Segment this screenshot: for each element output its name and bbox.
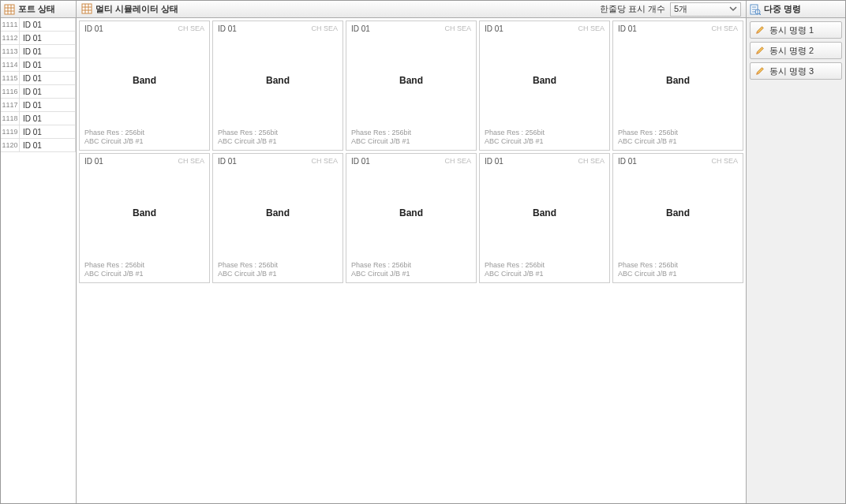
port-number: 1115 xyxy=(1,72,20,84)
simulator-card[interactable]: ID 01CH SEABandPhase Res : 256bitABC Cir… xyxy=(212,21,343,151)
simulator-card-phase: Phase Res : 256bit xyxy=(218,129,338,138)
simulator-card-id: ID 01 xyxy=(618,24,637,33)
simulator-card-circuit: ABC Circuit J/B #1 xyxy=(84,137,204,147)
simulator-card-phase: Phase Res : 256bit xyxy=(351,261,471,271)
simulator-card-phase: Phase Res : 256bit xyxy=(351,129,471,138)
simulator-card-channel: CH SEA xyxy=(578,24,605,33)
simulator-card-id: ID 01 xyxy=(218,24,237,33)
simulator-card-channel: CH SEA xyxy=(178,24,204,33)
simulator-card[interactable]: ID 01CH SEABandPhase Res : 256bitABC Cir… xyxy=(212,153,343,283)
port-id: ID 01 xyxy=(20,139,76,151)
command-button[interactable]: 동시 명령 3 xyxy=(750,62,842,80)
simulator-card-phase: Phase Res : 256bit xyxy=(485,129,605,138)
simulator-card[interactable]: ID 01CH SEABandPhase Res : 256bitABC Cir… xyxy=(479,153,610,283)
simulator-card-band: Band xyxy=(618,33,738,129)
pencil-icon xyxy=(755,25,765,35)
simulator-card[interactable]: ID 01CH SEABandPhase Res : 256bitABC Cir… xyxy=(612,153,743,283)
simulator-card-circuit: ABC Circuit J/B #1 xyxy=(485,137,605,147)
simulator-card-channel: CH SEA xyxy=(711,157,738,166)
port-number: 1117 xyxy=(1,99,20,111)
simulator-card-channel: CH SEA xyxy=(178,157,204,166)
simulator-card-id: ID 01 xyxy=(218,157,237,166)
simulator-card-id: ID 01 xyxy=(618,157,637,166)
port-row[interactable]: 1117ID 01 xyxy=(1,99,76,112)
command-list: 동시 명령 1동시 명령 2동시 명령 3 xyxy=(747,18,845,83)
port-row[interactable]: 1120ID 01 xyxy=(1,139,76,152)
simulator-card-circuit: ABC Circuit J/B #1 xyxy=(618,270,738,279)
simulator-card-phase: Phase Res : 256bit xyxy=(84,261,204,271)
grid-icon xyxy=(81,3,92,16)
simulator-card[interactable]: ID 01CH SEABandPhase Res : 256bitABC Cir… xyxy=(612,21,743,151)
command-button[interactable]: 동시 명령 2 xyxy=(750,42,842,59)
count-per-row-label: 한줄당 표시 개수 xyxy=(600,3,665,15)
port-row[interactable]: 1115ID 01 xyxy=(1,72,76,85)
search-list-icon xyxy=(750,4,761,15)
simulator-status-title: 멀티 시뮬레이터 상태 xyxy=(95,3,178,15)
port-row[interactable]: 1114ID 01 xyxy=(1,58,76,72)
simulator-card-header: ID 01CH SEA xyxy=(84,24,204,33)
simulator-card-phase: Phase Res : 256bit xyxy=(485,261,605,271)
simulator-card-footer: Phase Res : 256bitABC Circuit J/B #1 xyxy=(351,129,471,147)
command-button-label: 동시 명령 3 xyxy=(769,65,814,77)
chevron-down-icon xyxy=(729,5,737,14)
simulator-card-band: Band xyxy=(485,166,605,261)
simulator-card-footer: Phase Res : 256bitABC Circuit J/B #1 xyxy=(485,129,605,147)
port-number: 1116 xyxy=(1,85,20,98)
command-button[interactable]: 동시 명령 1 xyxy=(750,21,842,39)
port-row[interactable]: 1119ID 01 xyxy=(1,125,76,139)
simulator-card-header: ID 01CH SEA xyxy=(84,157,204,166)
count-per-row-value: 5개 xyxy=(674,3,687,15)
simulator-card[interactable]: ID 01CH SEABandPhase Res : 256bitABC Cir… xyxy=(346,21,477,151)
port-number: 1112 xyxy=(1,32,20,44)
simulator-card-circuit: ABC Circuit J/B #1 xyxy=(218,137,338,147)
port-id: ID 01 xyxy=(20,45,76,58)
multi-command-title: 다중 명령 xyxy=(764,3,801,15)
svg-rect-5 xyxy=(82,4,92,13)
simulator-card-band: Band xyxy=(84,166,204,261)
port-id: ID 01 xyxy=(20,125,76,138)
simulator-card-footer: Phase Res : 256bitABC Circuit J/B #1 xyxy=(618,261,738,279)
port-id: ID 01 xyxy=(20,85,76,98)
simulator-card-band: Band xyxy=(351,166,471,261)
simulator-grid-scroll[interactable]: ID 01CH SEABandPhase Res : 256bitABC Cir… xyxy=(77,18,746,503)
simulator-card-band: Band xyxy=(84,33,204,129)
simulator-card-header: ID 01CH SEA xyxy=(618,157,738,166)
simulator-card-circuit: ABC Circuit J/B #1 xyxy=(84,270,204,279)
port-number: 1119 xyxy=(1,125,20,138)
simulator-card[interactable]: ID 01CH SEABandPhase Res : 256bitABC Cir… xyxy=(479,21,610,151)
simulator-card-header: ID 01CH SEA xyxy=(218,24,338,33)
port-id: ID 01 xyxy=(20,18,76,31)
simulator-card-id: ID 01 xyxy=(84,24,103,33)
port-id: ID 01 xyxy=(20,58,76,71)
simulator-card-circuit: ABC Circuit J/B #1 xyxy=(485,270,605,279)
simulator-card-channel: CH SEA xyxy=(311,24,338,33)
port-row[interactable]: 1118ID 01 xyxy=(1,112,76,125)
simulator-card[interactable]: ID 01CH SEABandPhase Res : 256bitABC Cir… xyxy=(79,153,210,283)
simulator-card-footer: Phase Res : 256bitABC Circuit J/B #1 xyxy=(218,129,338,147)
multi-command-header: 다중 명령 xyxy=(747,1,845,18)
port-row[interactable]: 1113ID 01 xyxy=(1,45,76,58)
simulator-card-channel: CH SEA xyxy=(444,157,471,166)
simulator-card-header: ID 01CH SEA xyxy=(485,157,605,166)
port-id: ID 01 xyxy=(20,99,76,111)
port-list[interactable]: 1111ID 011112ID 011113ID 011114ID 011115… xyxy=(1,18,76,503)
port-status-panel: 포트 상태 1111ID 011112ID 011113ID 011114ID … xyxy=(1,1,77,503)
simulator-card[interactable]: ID 01CH SEABandPhase Res : 256bitABC Cir… xyxy=(346,153,477,283)
simulator-card[interactable]: ID 01CH SEABandPhase Res : 256bitABC Cir… xyxy=(79,21,210,151)
port-row[interactable]: 1111ID 01 xyxy=(1,18,76,32)
simulator-card-circuit: ABC Circuit J/B #1 xyxy=(351,270,471,279)
simulator-card-footer: Phase Res : 256bitABC Circuit J/B #1 xyxy=(84,129,204,147)
count-per-row-select[interactable]: 5개 xyxy=(670,2,741,17)
port-number: 1111 xyxy=(1,18,20,31)
port-number: 1113 xyxy=(1,45,20,58)
command-button-label: 동시 명령 1 xyxy=(769,24,814,36)
multi-command-panel: 다중 명령 동시 명령 1동시 명령 2동시 명령 3 xyxy=(747,1,845,503)
pencil-icon xyxy=(755,46,765,55)
port-id: ID 01 xyxy=(20,32,76,44)
simulator-card-phase: Phase Res : 256bit xyxy=(84,129,204,138)
port-row[interactable]: 1112ID 01 xyxy=(1,32,76,45)
simulator-card-phase: Phase Res : 256bit xyxy=(618,129,738,138)
port-row[interactable]: 1116ID 01 xyxy=(1,85,76,99)
port-status-title: 포트 상태 xyxy=(18,3,55,15)
simulator-card-id: ID 01 xyxy=(485,24,503,33)
